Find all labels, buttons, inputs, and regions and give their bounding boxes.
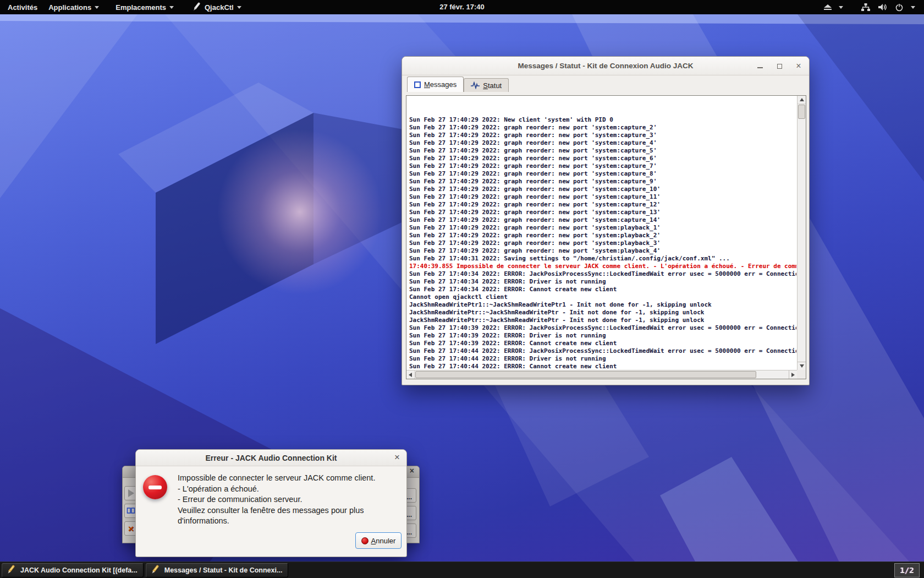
log-line: Sun Feb 27 17:40:29 2022: graph reorder:… bbox=[409, 124, 796, 132]
close-button[interactable]: × bbox=[794, 61, 804, 71]
stop-icon bbox=[361, 537, 369, 544]
log-line: JackShmReadWritePtr::~JackShmReadWritePt… bbox=[409, 309, 796, 317]
log-line: Sun Feb 27 17:40:29 2022: graph reorder:… bbox=[409, 170, 796, 178]
dialog-message-line: Impossible de connecter le serveur JACK … bbox=[178, 473, 401, 484]
taskbar: JACK Audio Connection Kit [(defa... Mess… bbox=[0, 561, 924, 578]
patchbay-icon: × bbox=[128, 524, 134, 533]
horizontal-scroll-thumb[interactable] bbox=[415, 371, 756, 378]
log-line: Sun Feb 27 17:40:31 2022: Saving setting… bbox=[409, 255, 796, 263]
log-line: Sun Feb 27 17:40:29 2022: graph reorder:… bbox=[409, 216, 796, 224]
play-icon bbox=[128, 489, 134, 497]
dialog-message-line: - Erreur de communication serveur. bbox=[178, 494, 401, 505]
scroll-up-icon[interactable] bbox=[798, 96, 806, 104]
log-line: Sun Feb 27 17:40:29 2022: New client 'sy… bbox=[409, 116, 796, 124]
horizontal-scrollbar[interactable] bbox=[406, 370, 797, 379]
log-line: Sun Feb 27 17:40:29 2022: graph reorder:… bbox=[409, 232, 796, 239]
desktop: Activités Applications Emplacements Qjac… bbox=[0, 0, 924, 578]
top-bar: Activités Applications Emplacements Qjac… bbox=[0, 0, 924, 14]
dialog-title-bar[interactable]: Erreur - JACK Audio Connection Kit × bbox=[136, 450, 406, 466]
applications-label: Applications bbox=[48, 3, 91, 12]
minimize-icon bbox=[757, 67, 763, 68]
title-bar[interactable]: Messages / Statut - Kit de Connexion Aud… bbox=[402, 57, 809, 75]
close-icon[interactable]: × bbox=[410, 466, 414, 475]
volume-icon[interactable] bbox=[878, 3, 888, 12]
workspace-pager[interactable]: 1/2 bbox=[894, 563, 920, 577]
status-pulse-icon bbox=[471, 81, 480, 89]
scroll-right-icon[interactable] bbox=[789, 370, 797, 379]
places-label: Emplacements bbox=[116, 3, 166, 12]
log-line: Sun Feb 27 17:40:29 2022: graph reorder:… bbox=[409, 178, 796, 186]
qjackctl-icon bbox=[150, 565, 160, 575]
dialog-message-line: d'informations. bbox=[178, 516, 401, 527]
tab-bar: Messages Statut bbox=[407, 77, 509, 92]
vertical-scroll-thumb[interactable] bbox=[798, 105, 805, 119]
maximize-button[interactable] bbox=[774, 61, 784, 71]
messages-tab-icon bbox=[414, 81, 421, 88]
messages-window-icon bbox=[127, 506, 135, 515]
log-line: Sun Feb 27 17:40:29 2022: graph reorder:… bbox=[409, 186, 796, 193]
log-line: Sun Feb 27 17:40:34 2022: ERROR: Cannot … bbox=[409, 286, 796, 293]
close-button[interactable]: × bbox=[394, 452, 400, 463]
log-line: Sun Feb 27 17:40:44 2022: ERROR: Cannot … bbox=[409, 363, 796, 370]
taskbar-window-label: Messages / Statut - Kit de Connexi... bbox=[164, 566, 283, 574]
log-line: Sun Feb 27 17:40:29 2022: graph reorder:… bbox=[409, 132, 796, 139]
log-line: Sun Feb 27 17:40:29 2022: graph reorder:… bbox=[409, 193, 796, 201]
log-line: Sun Feb 27 17:40:44 2022: ERROR: JackPos… bbox=[409, 347, 796, 355]
log-line: Sun Feb 27 17:40:29 2022: graph reorder:… bbox=[409, 139, 796, 147]
taskbar-window-button[interactable]: JACK Audio Connection Kit [(defa... bbox=[2, 563, 144, 577]
log-line: JackShmReadWritePtr1::~JackShmReadWriteP… bbox=[409, 301, 796, 309]
places-menu[interactable]: Emplacements bbox=[110, 0, 179, 14]
error-icon bbox=[143, 475, 167, 499]
log-line: Sun Feb 27 17:40:29 2022: graph reorder:… bbox=[409, 162, 796, 170]
log-line: JackShmReadWritePtr::~JackShmReadWritePt… bbox=[409, 317, 796, 324]
taskbar-buttons: JACK Audio Connection Kit [(defa... Mess… bbox=[0, 562, 289, 578]
taskbar-window-button[interactable]: Messages / Statut - Kit de Connexi... bbox=[146, 563, 289, 577]
dialog-message-line: Veuillez consulter la fenêtre des messag… bbox=[178, 505, 401, 516]
log-line: Sun Feb 27 17:40:29 2022: graph reorder:… bbox=[409, 201, 796, 209]
qjackctl-app-menu[interactable]: QjackCtl bbox=[186, 0, 247, 14]
vertical-scrollbar[interactable] bbox=[797, 96, 806, 370]
activities-button[interactable]: Activités bbox=[2, 0, 43, 14]
log-line: Sun Feb 27 17:40:44 2022: ERROR: Driver … bbox=[409, 355, 796, 363]
scroll-left-icon[interactable] bbox=[406, 370, 415, 379]
chevron-down-icon[interactable] bbox=[839, 6, 843, 9]
network-icon[interactable] bbox=[861, 3, 871, 12]
qjackctl-label: QjackCtl bbox=[205, 3, 234, 12]
log-line: Sun Feb 27 17:40:29 2022: graph reorder:… bbox=[409, 155, 796, 162]
scroll-down-icon[interactable] bbox=[798, 362, 806, 370]
log-line: Sun Feb 27 17:40:29 2022: graph reorder:… bbox=[409, 224, 796, 232]
messages-window: Messages / Statut - Kit de Connexion Aud… bbox=[402, 56, 810, 385]
dialog-message-line: - L'opération a échoué. bbox=[178, 484, 401, 495]
power-icon[interactable] bbox=[895, 3, 904, 12]
log-lines: Sun Feb 27 17:40:29 2022: New client 'sy… bbox=[409, 95, 796, 370]
cancel-label: Annuler bbox=[371, 537, 396, 545]
log-line: Sun Feb 27 17:40:39 2022: ERROR: Driver … bbox=[409, 332, 796, 340]
log-line: Sun Feb 27 17:40:34 2022: ERROR: Driver … bbox=[409, 278, 796, 286]
applications-menu[interactable]: Applications bbox=[43, 0, 105, 14]
chevron-down-icon[interactable] bbox=[911, 6, 915, 9]
log-line: Sun Feb 27 17:40:29 2022: graph reorder:… bbox=[409, 239, 796, 247]
minus-icon bbox=[148, 486, 162, 489]
eject-icon[interactable] bbox=[824, 4, 832, 10]
tab-statut-label: Statut bbox=[483, 81, 502, 90]
tab-messages[interactable]: Messages bbox=[407, 77, 464, 92]
log-line: Sun Feb 27 17:40:39 2022: ERROR: JackPos… bbox=[409, 324, 796, 332]
log-line: 17:40:39.855 Impossible de connecter le … bbox=[409, 263, 796, 270]
tab-statut[interactable]: Statut bbox=[464, 78, 509, 92]
log-line: Sun Feb 27 17:40:29 2022: graph reorder:… bbox=[409, 247, 796, 255]
cancel-button[interactable]: Annuler bbox=[355, 532, 402, 549]
chevron-down-icon bbox=[237, 6, 241, 9]
dialog-title: Erreur - JACK Audio Connection Kit bbox=[136, 450, 406, 466]
taskbar-window-label: JACK Audio Connection Kit [(defa... bbox=[20, 566, 138, 574]
minimize-button[interactable] bbox=[755, 61, 765, 71]
log-line: Sun Feb 27 17:40:29 2022: graph reorder:… bbox=[409, 209, 796, 216]
log-line: Sun Feb 27 17:40:34 2022: ERROR: JackPos… bbox=[409, 270, 796, 278]
dialog-message: Impossible de connecter le serveur JACK … bbox=[178, 473, 401, 527]
chevron-down-icon bbox=[95, 6, 99, 9]
qjackctl-icon bbox=[191, 2, 201, 12]
tab-messages-label: Messages bbox=[424, 80, 457, 89]
maximize-icon bbox=[777, 64, 782, 69]
clock[interactable]: 27 févr. 17:40 bbox=[439, 0, 485, 14]
window-title: Messages / Statut - Kit de Connexion Aud… bbox=[402, 57, 809, 75]
log-line: Sun Feb 27 17:40:29 2022: graph reorder:… bbox=[409, 147, 796, 155]
